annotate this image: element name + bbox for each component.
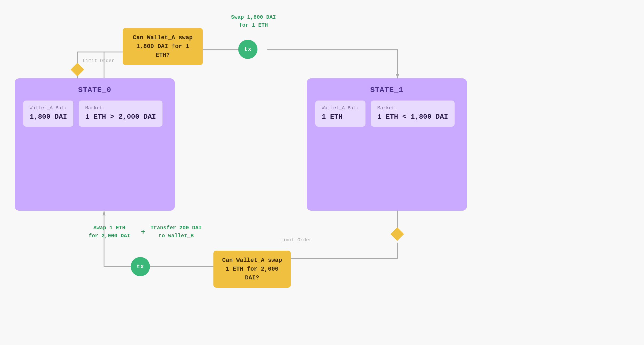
green-top-text: Swap 1,800 DAIfor 1 ETH	[231, 14, 276, 28]
state-1-card-1: Wallet_A Bal: 1 ETH	[315, 101, 365, 127]
state-0-card-1: Wallet_A Bal: 1,800 DAI	[23, 101, 73, 127]
state-0-card2-label: Market:	[85, 105, 156, 111]
diagram: STATE_0 Wallet_A Bal: 1,800 DAI Market: …	[0, 0, 644, 345]
green-label-bottom-left: Swap 1 ETHfor 2,000 DAI	[83, 224, 136, 240]
state-1-card2-label: Market:	[377, 105, 448, 111]
diamond-top-left	[71, 63, 84, 77]
question-bottom-text: Can Wallet_A swap1 ETH for 2,000 DAI?	[222, 257, 282, 281]
state-1-card2-value: 1 ETH < 1,800 DAI	[377, 113, 448, 121]
state-0-card1-label: Wallet_A Bal:	[30, 105, 67, 111]
green-bottom-left-text: Swap 1 ETHfor 2,000 DAI	[89, 225, 130, 239]
green-label-bottom-right: Transfer 200 DAIto Wallet_B	[149, 224, 203, 240]
tx-circle-bottom: tx	[131, 257, 150, 276]
tx-top-label: tx	[244, 46, 252, 53]
state-1-card1-label: Wallet_A Bal:	[322, 105, 359, 111]
green-label-top: Swap 1,800 DAIfor 1 ETH	[227, 13, 280, 29]
green-bottom-right-text: Transfer 200 DAIto Wallet_B	[150, 225, 202, 239]
question-top-text: Can Wallet_A swap1,800 DAI for 1 ETH?	[133, 34, 193, 59]
plus-sign: +	[141, 228, 145, 236]
state-0-cards: Wallet_A Bal: 1,800 DAI Market: 1 ETH > …	[23, 101, 166, 127]
state-1-title: STATE_1	[315, 86, 458, 94]
question-box-top: Can Wallet_A swap1,800 DAI for 1 ETH?	[123, 28, 203, 65]
state-1-card1-value: 1 ETH	[322, 113, 359, 121]
limit-order-top: Limit Order	[83, 58, 114, 63]
state-0-title: STATE_0	[23, 86, 166, 94]
state-0-card-2: Market: 1 ETH > 2,000 DAI	[79, 101, 162, 127]
question-box-bottom: Can Wallet_A swap1 ETH for 2,000 DAI?	[213, 251, 291, 288]
state-0-card2-value: 1 ETH > 2,000 DAI	[85, 113, 156, 121]
svg-marker-12	[102, 211, 106, 215]
limit-order-bottom: Limit Order	[280, 237, 312, 243]
state-1-box: STATE_1 Wallet_A Bal: 1 ETH Market: 1 ET…	[307, 78, 467, 211]
diamond-bottom-right	[391, 227, 404, 241]
state-0-box: STATE_0 Wallet_A Bal: 1,800 DAI Market: …	[15, 78, 175, 211]
tx-bottom-label: tx	[137, 263, 144, 270]
state-1-cards: Wallet_A Bal: 1 ETH Market: 1 ETH < 1,80…	[315, 101, 458, 127]
state-0-card1-value: 1,800 DAI	[30, 113, 67, 121]
svg-marker-5	[396, 74, 399, 78]
state-1-card-2: Market: 1 ETH < 1,800 DAI	[371, 101, 454, 127]
tx-circle-top: tx	[238, 40, 257, 59]
